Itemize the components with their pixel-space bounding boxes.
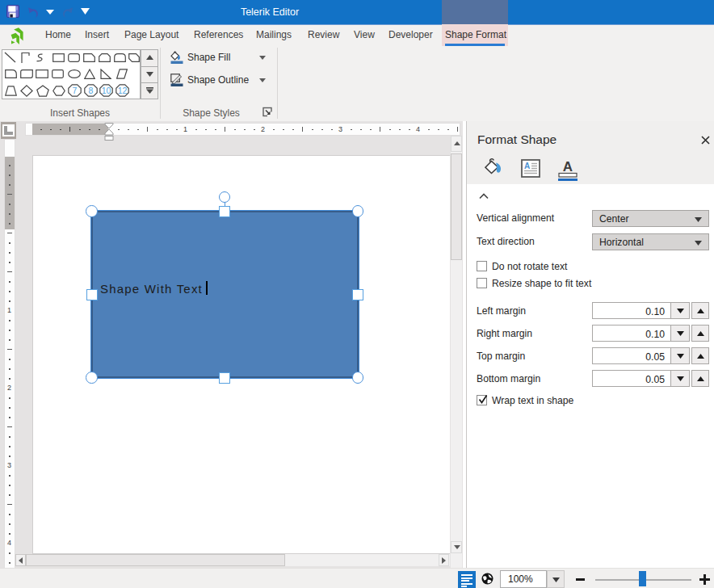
svg-text:12: 12 [118,86,128,95]
svg-text:10: 10 [102,86,111,95]
svg-text:A: A [563,159,573,174]
svg-text:7: 7 [73,86,78,95]
svg-text:A: A [524,162,530,170]
svg-text:8: 8 [89,86,94,95]
